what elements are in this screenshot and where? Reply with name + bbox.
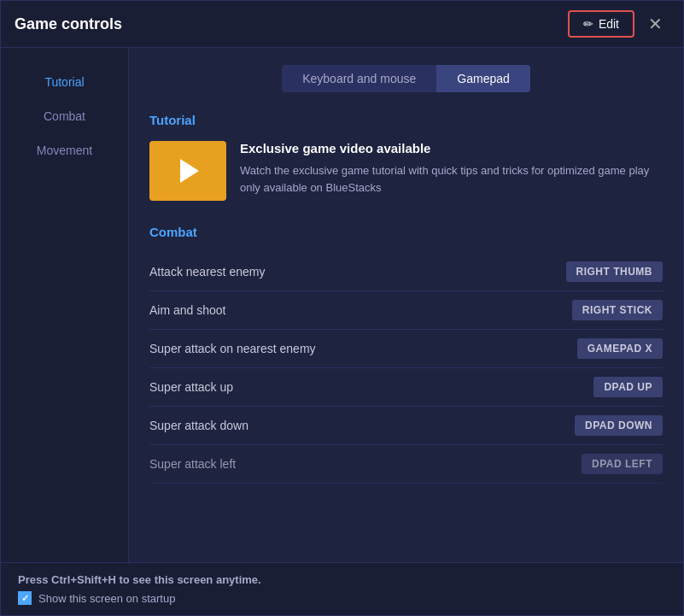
control-label-super-up: Super attack up (149, 380, 233, 394)
video-description: Watch the exclusive game tutorial with q… (240, 162, 663, 196)
video-info: Exclusive game video available Watch the… (240, 141, 663, 196)
sidebar-item-tutorial[interactable]: Tutorial (1, 65, 128, 99)
close-icon: ✕ (648, 15, 663, 33)
control-badge-super-nearest: GAMEPAD X (577, 338, 663, 359)
sidebar-item-label: Tutorial (44, 75, 84, 89)
title-actions: ✏ Edit ✕ (568, 10, 669, 38)
control-label-super-down: Super attack down (149, 419, 248, 432)
sidebar: Tutorial Combat Movement (1, 48, 129, 562)
control-row-super-down: Super attack down DPAD DOWN (149, 407, 663, 445)
edit-button[interactable]: ✏ Edit (568, 10, 634, 38)
tab-keyboard-mouse[interactable]: Keyboard and mouse (282, 65, 436, 92)
game-controls-window: Game controls ✏ Edit ✕ Tutorial Combat M… (0, 0, 684, 616)
tab-gamepad[interactable]: Gamepad (436, 65, 529, 92)
tab-gamepad-label: Gamepad (457, 72, 509, 85)
combat-section: Combat Attack nearest enemy RIGHT THUMB … (149, 225, 663, 484)
video-title: Exclusive game video available (240, 141, 663, 155)
control-row-attack-nearest: Attack nearest enemy RIGHT THUMB (149, 253, 663, 291)
close-button[interactable]: ✕ (641, 12, 669, 36)
footer-hint: Press Ctrl+Shift+H to see this screen an… (18, 573, 666, 586)
control-row-super-up: Super attack up DPAD UP (149, 368, 663, 407)
control-row-super-left: Super attack left DPAD LEFT (149, 445, 663, 484)
title-bar: Game controls ✏ Edit ✕ (1, 1, 683, 48)
control-badge-aim-shoot: RIGHT STICK (572, 300, 663, 320)
control-badge-attack-nearest: RIGHT THUMB (566, 261, 664, 282)
footer: Press Ctrl+Shift+H to see this screen an… (1, 562, 683, 615)
edit-label: Edit (599, 17, 619, 31)
tutorial-section-title: Tutorial (149, 113, 663, 127)
control-label-attack-nearest: Attack nearest enemy (149, 265, 265, 279)
combat-section-title: Combat (149, 225, 663, 239)
footer-hint-text: Press Ctrl+Shift+H to see this screen an… (18, 573, 261, 586)
tutorial-section: Tutorial Exclusive game video available … (149, 113, 663, 201)
main-content: Keyboard and mouse Gamepad Tutorial Excl… (129, 48, 683, 562)
footer-checkbox-row: ✓ Show this screen on startup (18, 591, 666, 605)
control-row-aim-shoot: Aim and shoot RIGHT STICK (149, 291, 663, 330)
tabs-container: Keyboard and mouse Gamepad (149, 65, 663, 92)
window-title: Game controls (15, 15, 122, 33)
control-label-aim-shoot: Aim and shoot (149, 303, 226, 317)
control-badge-super-left: DPAD LEFT (582, 454, 663, 474)
video-thumbnail[interactable] (149, 141, 226, 201)
sidebar-item-movement[interactable]: Movement (1, 133, 128, 167)
startup-checkbox[interactable]: ✓ (18, 591, 32, 605)
control-row-super-nearest: Super attack on nearest enemy GAMEPAD X (149, 330, 663, 368)
control-badge-super-up: DPAD UP (593, 377, 663, 397)
sidebar-item-label: Combat (44, 109, 85, 123)
sidebar-item-label: Movement (37, 144, 92, 157)
checkmark-icon: ✓ (21, 593, 29, 604)
play-icon (180, 159, 199, 183)
content-area: Tutorial Combat Movement Keyboard and mo… (1, 48, 683, 562)
tab-keyboard-mouse-label: Keyboard and mouse (302, 72, 416, 85)
startup-checkbox-label: Show this screen on startup (38, 592, 175, 605)
control-badge-super-down: DPAD DOWN (575, 415, 663, 436)
tabs: Keyboard and mouse Gamepad (282, 65, 530, 92)
sidebar-item-combat[interactable]: Combat (1, 99, 128, 133)
control-label-super-left: Super attack left (149, 457, 236, 471)
video-card: Exclusive game video available Watch the… (149, 141, 663, 201)
control-label-super-nearest: Super attack on nearest enemy (149, 342, 316, 355)
pencil-icon: ✏ (583, 17, 593, 31)
